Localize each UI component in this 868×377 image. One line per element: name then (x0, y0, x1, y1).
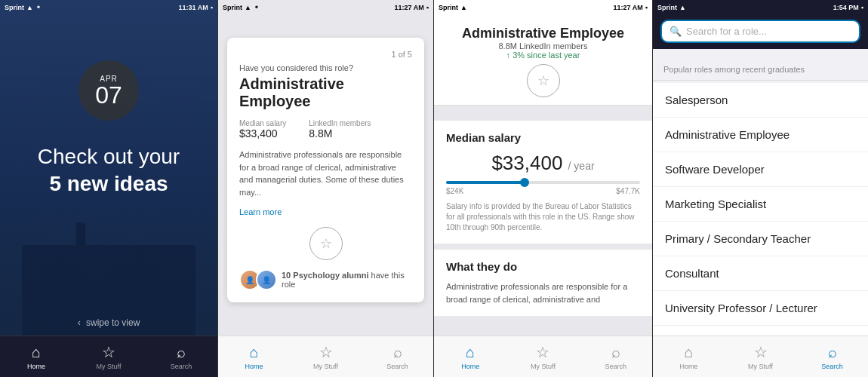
nav-search-label-2: Search (386, 363, 408, 370)
bottom-nav-4: ⌂ Home ☆ My Stuff ⌕ Search (653, 336, 868, 377)
home-icon: ⌂ (32, 344, 41, 361)
card-body: Administrative professionals are respons… (239, 149, 412, 198)
learn-more-link[interactable]: Learn more (239, 207, 282, 216)
status-bar-left-3: Sprint ▲ (439, 4, 467, 11)
alumni-text: 10 Psychology alumni have this role (282, 271, 412, 289)
bottom-nav-1: ⌂ Home ☆ My Stuff ⌕ Search (0, 336, 217, 377)
stat-members-value: 8.8M (309, 127, 371, 139)
salary-labels: $24K $47.7K (446, 187, 640, 195)
status-bar-2: Sprint ▲ ⚬ 11:27 AM ▪ (218, 0, 433, 15)
bottom-nav-2: ⌂ Home ☆ My Stuff ⌕ Search (218, 336, 433, 377)
nav-home-2[interactable]: ⌂ Home (218, 344, 290, 370)
role-item-professor[interactable]: University Professor / Lecturer (653, 291, 868, 326)
salary-amount: $33,400 (491, 152, 562, 174)
star-button-3[interactable]: ☆ (527, 64, 560, 97)
carrier-label-2: Sprint (223, 4, 242, 11)
role-item-consultant[interactable]: Consultant (653, 256, 868, 291)
role-item-admin-employee[interactable]: Administrative Employee (653, 118, 868, 152)
screen3-body: Median salary $33,400 / year $24K $47.7K… (434, 121, 652, 336)
nav-home-label-3: Home (461, 363, 479, 370)
role-item-marketing[interactable]: Marketing Specialist (653, 187, 868, 222)
card-counter: 1 of 5 (239, 50, 412, 59)
nav-search-label-3: Search (605, 363, 627, 370)
battery-icon-2: ▪ (426, 4, 429, 11)
battery-icon-3: ▪ (645, 4, 648, 11)
signal-icon: ▲ (26, 4, 33, 11)
nav-mystuff-4[interactable]: ☆ My Stuff (725, 343, 796, 370)
mystuff-icon-4: ☆ (754, 343, 768, 361)
home-icon-2: ⌂ (249, 344, 258, 361)
mystuff-icon-3: ☆ (536, 343, 549, 361)
stat-members: LinkedIn members 8.8M (309, 119, 371, 139)
status-bar-right: 11:31 AM ▪ (179, 4, 213, 11)
salary-note: Salary info is provided by the Bureau of… (446, 201, 640, 233)
status-bar-left-2: Sprint ▲ ⚬ (223, 4, 260, 11)
screen3-header: Administrative Employee 8.8M LinkedIn me… (434, 15, 652, 106)
nav-mystuff-label-1: My Stuff (97, 363, 122, 370)
role-item-salesperson[interactable]: Salesperson (653, 83, 868, 118)
card-stats: Median salary $33,400 LinkedIn members 8… (239, 119, 412, 139)
time-label-3: 11:27 AM (614, 4, 643, 11)
popular-label: Popular roles among recent graduates (663, 65, 805, 74)
time-label-4: 1:54 PM (833, 4, 859, 11)
nav-mystuff-1[interactable]: ☆ My Stuff (72, 343, 145, 370)
salary-section-title: Median salary (446, 131, 640, 144)
nav-search-3[interactable]: ⌕ Search (580, 344, 652, 370)
salary-fill (446, 181, 524, 184)
signal-icon-3: ▲ (460, 4, 467, 11)
what-title: What they do (446, 260, 640, 273)
role-item-project-mgr[interactable]: Project Manager (653, 326, 868, 336)
date-circle: APR 07 (78, 60, 139, 121)
status-bar-right-3: 11:27 AM ▪ (614, 4, 648, 11)
search-icon-nav-4: ⌕ (828, 344, 837, 361)
salary-max: $47.7K (616, 187, 640, 195)
nav-home-3[interactable]: ⌂ Home (434, 344, 506, 370)
nav-search-2[interactable]: ⌕ Search (362, 344, 433, 370)
role-item-teacher[interactable]: Primary / Secondary Teacher (653, 222, 868, 256)
nav-home-1[interactable]: ⌂ Home (0, 344, 72, 370)
nav-search-label-1: Search (171, 363, 192, 370)
popular-header: Popular roles among recent graduates (653, 59, 868, 81)
role-item-software-dev[interactable]: Software Developer (653, 152, 868, 187)
what-body: Administrative professionals are respons… (446, 280, 640, 305)
search-input-box[interactable]: 🔍 Search for a role... (660, 20, 860, 43)
bottom-nav-3: ⌂ Home ☆ My Stuff ⌕ Search (434, 336, 652, 377)
screen-1: Sprint ▲ ⚬ 11:31 AM ▪ APR 07 Check out y… (0, 0, 217, 377)
day-label: 07 (95, 83, 122, 107)
search-bar-wrapper: 🔍 Search for a role... (653, 15, 868, 49)
carrier-label-4: Sprint (657, 4, 677, 11)
s3-title: Administrative Employee (446, 26, 640, 41)
nav-search-1[interactable]: ⌕ Search (145, 344, 217, 370)
stat-salary-value: $33,400 (239, 127, 286, 139)
s3-members: 8.8M LinkedIn members (446, 41, 640, 51)
s3-growth: ↑ 3% since last year (446, 51, 640, 60)
search-placeholder: Search for a role... (686, 26, 851, 37)
nav-mystuff-label-3: My Stuff (531, 363, 556, 370)
status-bar-1: Sprint ▲ ⚬ 11:31 AM ▪ (0, 0, 217, 15)
card-subtitle: Have you considered this role? (239, 63, 412, 72)
stat-salary: Median salary $33,400 (239, 119, 286, 139)
screen-3: Sprint ▲ 11:27 AM ▪ Administrative Emplo… (433, 0, 652, 377)
nav-mystuff-label-4: My Stuff (748, 363, 773, 370)
alumni-row: 👤 👤 10 Psychology alumni have this role (239, 269, 412, 290)
mystuff-icon-1: ☆ (102, 343, 115, 361)
carrier-label-3: Sprint (439, 4, 458, 11)
home-icon-3: ⌂ (466, 344, 475, 361)
nav-search-4[interactable]: ⌕ Search (796, 344, 868, 370)
search-icon-2: ⌕ (393, 344, 402, 361)
time-label: 11:31 AM (179, 4, 208, 11)
headline-line2: 5 new ideas (49, 172, 168, 195)
salary-value: $33,400 / year (446, 152, 640, 175)
nav-home-4[interactable]: ⌂ Home (653, 344, 725, 370)
screen1-content: APR 07 Check out your 5 new ideas (0, 15, 217, 377)
nav-mystuff-2[interactable]: ☆ My Stuff (290, 343, 362, 370)
carrier-label: Sprint (5, 4, 24, 11)
status-bar-4: Sprint ▲ 1:54 PM ▪ (653, 0, 868, 15)
time-label-2: 11:27 AM (395, 4, 424, 11)
roles-list: SalespersonAdministrative EmployeeSoftwa… (653, 83, 868, 336)
star-button-2[interactable]: ☆ (309, 227, 343, 260)
home-icon-4: ⌂ (684, 344, 693, 361)
nav-mystuff-3[interactable]: ☆ My Stuff (506, 343, 579, 370)
nav-mystuff-label-2: My Stuff (313, 363, 338, 370)
status-bar-left-4: Sprint ▲ (657, 4, 686, 11)
